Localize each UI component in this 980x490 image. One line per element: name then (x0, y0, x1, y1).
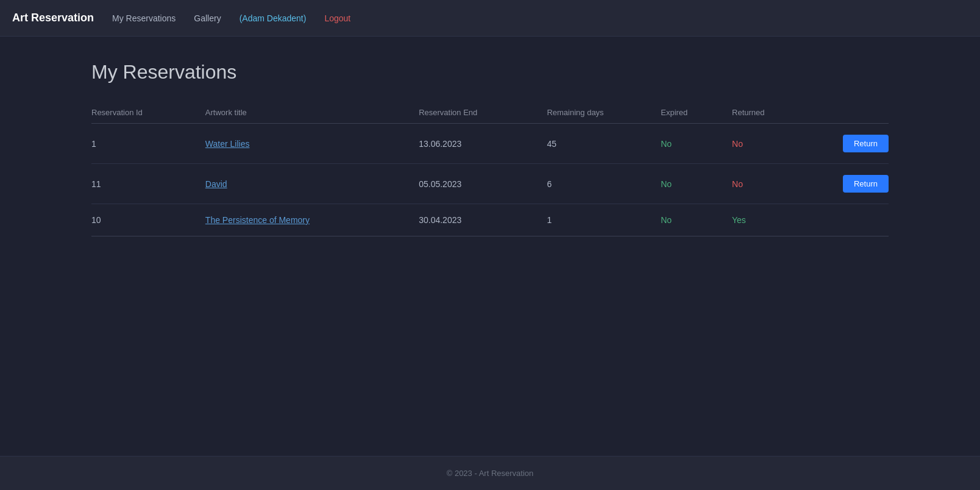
table-row: 10The Persistence of Memory30.04.20231No… (91, 204, 889, 236)
cell-returned: Yes (732, 204, 803, 236)
returned-status: Yes (732, 215, 746, 225)
table-row: 1Water Lilies13.06.202345NoNoReturn (91, 124, 889, 164)
cell-title[interactable]: David (205, 164, 419, 204)
artwork-link[interactable]: The Persistence of Memory (205, 215, 310, 225)
cell-title[interactable]: Water Lilies (205, 124, 419, 164)
cell-remaining: 1 (547, 204, 661, 236)
nav-logout[interactable]: Logout (324, 13, 350, 23)
col-header-remaining: Remaining days (547, 102, 661, 124)
nav-user[interactable]: (Adam Dekadent) (240, 13, 307, 23)
col-header-returned: Returned (732, 102, 803, 124)
cell-expired: No (661, 124, 732, 164)
cell-expired: No (661, 204, 732, 236)
navbar: Art Reservation My Reservations Gallery … (0, 0, 980, 37)
cell-end: 13.06.2023 (419, 124, 547, 164)
footer-text: © 2023 - Art Reservation (447, 469, 534, 478)
footer: © 2023 - Art Reservation (0, 456, 980, 490)
table-header-row: Reservation Id Artwork title Reservation… (91, 102, 889, 124)
main-content: My Reservations Reservation Id Artwork t… (0, 37, 980, 456)
page-title: My Reservations (91, 61, 889, 83)
nav-gallery[interactable]: Gallery (194, 13, 221, 23)
artwork-link[interactable]: David (205, 179, 227, 189)
cell-action: Return (803, 124, 889, 164)
artwork-link[interactable]: Water Lilies (205, 139, 250, 149)
expired-status: No (661, 179, 672, 189)
cell-title[interactable]: The Persistence of Memory (205, 204, 419, 236)
cell-id: 10 (91, 204, 205, 236)
col-header-action (803, 102, 889, 124)
return-button[interactable]: Return (843, 135, 889, 152)
cell-remaining: 6 (547, 164, 661, 204)
col-header-end: Reservation End (419, 102, 547, 124)
reservations-table: Reservation Id Artwork title Reservation… (91, 102, 889, 236)
cell-id: 1 (91, 124, 205, 164)
cell-action: Return (803, 164, 889, 204)
cell-remaining: 45 (547, 124, 661, 164)
cell-action (803, 204, 889, 236)
cell-id: 11 (91, 164, 205, 204)
col-header-expired: Expired (661, 102, 732, 124)
table-row: 11David05.05.20236NoNoReturn (91, 164, 889, 204)
col-header-id: Reservation Id (91, 102, 205, 124)
col-header-title: Artwork title (205, 102, 419, 124)
cell-expired: No (661, 164, 732, 204)
nav-brand: Art Reservation (12, 12, 94, 24)
cell-returned: No (732, 124, 803, 164)
cell-end: 05.05.2023 (419, 164, 547, 204)
expired-status: No (661, 215, 672, 225)
cell-returned: No (732, 164, 803, 204)
expired-status: No (661, 139, 672, 149)
return-button[interactable]: Return (843, 175, 889, 193)
returned-status: No (732, 179, 743, 189)
returned-status: No (732, 139, 743, 149)
nav-my-reservations[interactable]: My Reservations (112, 13, 176, 23)
cell-end: 30.04.2023 (419, 204, 547, 236)
